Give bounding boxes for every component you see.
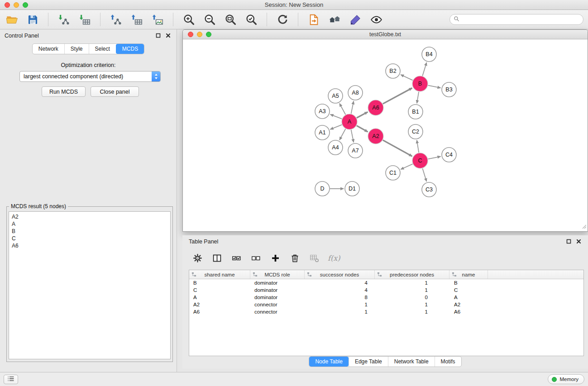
table-cell[interactable]: dominator [250, 279, 305, 286]
graph-node-B4[interactable]: B4 [422, 47, 436, 62]
graph-edge-C-C4[interactable] [428, 157, 441, 159]
table-cell[interactable]: 1 [375, 279, 449, 286]
split-columns-icon[interactable] [211, 252, 223, 264]
graph-edge-A-A5[interactable] [339, 104, 345, 115]
float-panel-icon[interactable] [155, 33, 161, 38]
graph-edge-B-B1[interactable] [417, 92, 419, 103]
graph-node-A1[interactable]: A1 [315, 125, 330, 140]
table-cell[interactable]: B [449, 279, 488, 286]
table-cell[interactable]: A2 [189, 301, 250, 308]
zoom-window-button[interactable] [23, 2, 28, 8]
table-cell[interactable]: 1 [305, 308, 375, 315]
tab-network-table[interactable]: Network Table [388, 357, 435, 367]
network-graph[interactable]: B4B2BB3A5A8A6A3B1AC2A1A2A4A7C4CC1C3DD1 [183, 39, 588, 231]
graph-node-D1[interactable]: D1 [345, 181, 359, 196]
close-window-button[interactable] [5, 2, 10, 8]
mcds-result-list[interactable]: A2ABCA6 [9, 211, 171, 359]
table-cell[interactable]: 1 [305, 301, 375, 308]
close-panel-button[interactable]: Close panel [91, 86, 139, 97]
tab-mcds[interactable]: MCDS [116, 44, 144, 54]
minimize-window-button[interactable] [14, 2, 19, 8]
column-header-MCDS-role[interactable]: MCDS role [250, 270, 305, 279]
table-cell[interactable]: 4 [305, 286, 375, 294]
graph-node-A8[interactable]: A8 [348, 86, 363, 100]
graph-edge-B-B4[interactable] [422, 62, 426, 76]
table-cell[interactable]: 8 [305, 294, 375, 301]
table-cell[interactable]: 4 [305, 279, 375, 286]
graph-node-B1[interactable]: B1 [408, 105, 423, 119]
table-cell[interactable]: dominator [250, 286, 305, 294]
export-table-icon[interactable] [129, 12, 144, 27]
import-table-icon[interactable] [77, 12, 92, 27]
graph-edge-B-B3[interactable] [428, 86, 441, 88]
network-minimize-button[interactable] [197, 32, 202, 37]
column-header-shared-name[interactable]: shared name [189, 270, 250, 279]
tab-motifs[interactable]: Motifs [435, 357, 461, 367]
graph-edge-A-A8[interactable] [351, 101, 354, 114]
gear-icon[interactable] [191, 252, 203, 264]
graph-edge-A-A3[interactable] [330, 114, 342, 119]
style-brush-icon[interactable] [348, 12, 363, 27]
table-cell[interactable]: B [189, 279, 250, 286]
table-cell[interactable]: 1 [375, 286, 449, 294]
graph-edge-C-C1[interactable] [401, 164, 412, 169]
save-session-icon[interactable] [25, 12, 40, 27]
graph-edge-A6-B[interactable] [383, 88, 412, 104]
graph-edge-C-C3[interactable] [422, 168, 426, 181]
table-cell[interactable]: C [189, 286, 250, 294]
graph-node-A4[interactable]: A4 [328, 140, 343, 155]
graph-node-A2[interactable]: A2 [368, 129, 383, 144]
graph-edge-A-A4[interactable] [339, 129, 345, 140]
graph-node-C2[interactable]: C2 [408, 124, 423, 139]
tab-select[interactable]: Select [89, 44, 116, 54]
table-cell[interactable]: connector [250, 301, 305, 308]
resize-grip-icon[interactable] [581, 224, 587, 230]
mcds-result-item[interactable]: A [12, 220, 167, 228]
graph-node-C3[interactable]: C3 [422, 182, 436, 197]
graph-node-A5[interactable]: A5 [328, 89, 343, 103]
graph-node-B3[interactable]: B3 [442, 82, 456, 97]
float-table-panel-icon[interactable] [566, 238, 572, 244]
deselect-all-icon[interactable] [250, 252, 262, 264]
table-cell[interactable]: A2 [449, 301, 488, 308]
network-zoom-button[interactable] [206, 32, 211, 37]
network-document-icon[interactable] [306, 12, 321, 27]
table-cell[interactable]: 1 [375, 308, 449, 315]
graph-node-B2[interactable]: B2 [386, 64, 400, 78]
close-table-panel-icon[interactable] [576, 238, 582, 244]
table-row[interactable]: A6connector11A6 [189, 308, 583, 315]
network-canvas[interactable]: B4B2BB3A5A8A6A3B1AC2A1A2A4A7C4CC1C3DD1 [183, 39, 588, 231]
graph-node-B[interactable]: B [412, 76, 428, 91]
show-hide-icon[interactable] [369, 12, 383, 27]
tab-edge-table[interactable]: Edge Table [349, 357, 388, 367]
zoom-fit-icon[interactable] [223, 12, 238, 27]
open-session-icon[interactable] [5, 12, 19, 27]
table-cell[interactable]: 0 [375, 294, 449, 301]
add-row-icon[interactable] [269, 252, 281, 264]
destroy-table-icon[interactable] [308, 252, 320, 264]
graph-node-A6[interactable]: A6 [368, 100, 383, 115]
graph-node-A3[interactable]: A3 [315, 104, 330, 119]
network-close-button[interactable] [188, 32, 193, 37]
graph-node-A[interactable]: A [342, 114, 357, 129]
column-header-successor-nodes[interactable]: successor nodes [305, 270, 375, 279]
graph-node-C[interactable]: C [412, 153, 428, 168]
table-cell[interactable]: A6 [189, 308, 250, 315]
table-row[interactable]: Adominator80A [189, 294, 583, 301]
run-mcds-button[interactable]: Run MCDS [42, 86, 86, 97]
select-all-icon[interactable] [230, 252, 242, 264]
table-cell[interactable]: C [449, 286, 488, 294]
table-row[interactable]: A2connector11A2 [189, 301, 583, 308]
mcds-result-item[interactable]: A2 [12, 213, 167, 220]
graph-node-C4[interactable]: C4 [442, 148, 456, 162]
export-image-icon[interactable] [150, 12, 165, 27]
graph-node-D[interactable]: D [315, 181, 330, 196]
dropdown-stepper-icon[interactable] [152, 71, 160, 81]
search-input[interactable] [462, 16, 579, 23]
search-box[interactable] [449, 14, 583, 25]
import-network-icon[interactable] [57, 12, 71, 27]
graph-edge-A-A7[interactable] [351, 130, 354, 143]
table-cell[interactable]: dominator [250, 294, 305, 301]
network-manager-icon[interactable] [327, 12, 342, 27]
graph-node-A7[interactable]: A7 [348, 143, 363, 158]
